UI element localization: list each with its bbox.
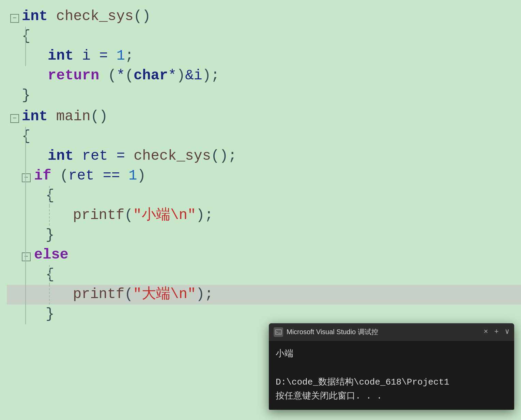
terminal-plus-btn[interactable]: + [494, 328, 499, 336]
token-parens1: () [134, 7, 151, 27]
token-eqeq: == [103, 166, 120, 186]
token-p9: ); [196, 285, 213, 305]
guide-fn2-8 [25, 285, 26, 305]
token-ret2: ret [68, 166, 94, 186]
token-1b: 1 [128, 166, 137, 186]
collapse-fn1[interactable]: − [10, 14, 19, 23]
line-fn1-open: { [7, 27, 521, 46]
line-else: − else [7, 245, 521, 265]
token-brace3: { [22, 127, 30, 146]
terminal-close-btn[interactable]: × [484, 328, 488, 336]
terminal-window: Microsoft Visual Studio 调试控 × + ∨ 小端 D:\… [269, 323, 514, 410]
collapse-else[interactable]: − [22, 252, 31, 261]
token-call1: (); [211, 146, 237, 166]
line-if-body: printf ( "小端\n" ); [7, 206, 521, 225]
token-checksys: check_sys [56, 7, 134, 27]
token-p2: ( [125, 66, 134, 86]
token-star2: * [168, 66, 177, 86]
guide-fn2-7 [25, 265, 26, 285]
token-p7: ); [196, 206, 213, 225]
terminal-icon [274, 327, 283, 337]
token-star1: * [117, 66, 125, 86]
guide-else-2 [49, 285, 50, 305]
token-printf1: printf [73, 206, 124, 225]
token-printf2: printf [73, 285, 124, 305]
terminal-output-blank [276, 361, 507, 375]
token-semi1: ; [125, 46, 134, 66]
token-p5: ) [137, 166, 146, 186]
guide-fn2-3 [25, 186, 26, 206]
token-brace2: } [22, 86, 30, 106]
collapse-fn2[interactable]: − [10, 114, 19, 123]
token-semi2: ); [202, 66, 219, 86]
token-main: main [56, 107, 91, 127]
token-i: i [82, 46, 91, 66]
line-fn1-close: } [7, 86, 521, 106]
terminal-title: Microsoft Visual Studio 调试控 [287, 327, 480, 337]
token-int4: int [48, 146, 74, 166]
token-parens2: () [91, 107, 108, 127]
guide-fn2-6 [25, 245, 26, 265]
guide-fn2-9 [25, 305, 26, 324]
guide-if-2 [49, 206, 50, 225]
token-brace5: } [46, 225, 54, 245]
line-if: − if ( ret == 1 ) [7, 166, 521, 186]
token-i2: i [194, 66, 202, 86]
collapse-if[interactable]: − [22, 173, 31, 182]
token-brace6: { [46, 265, 54, 285]
token-if: if [34, 166, 51, 186]
token-brace1: { [22, 27, 30, 46]
line-fn2-open: { [7, 127, 521, 146]
line-fn1-sig: − int check_sys () [7, 7, 521, 27]
token-int2: int [48, 46, 74, 66]
terminal-body: 小端 D:\code_数据结构\code_618\Project1 按任意键关闭… [269, 341, 514, 410]
terminal-titlebar: Microsoft Visual Studio 调试控 × + ∨ [269, 323, 514, 341]
line-if-close: } [7, 225, 521, 245]
line-else-close: } [7, 305, 521, 324]
token-amp: & [185, 66, 194, 86]
terminal-chevron-btn[interactable]: ∨ [505, 328, 509, 336]
token-int3: int [22, 107, 48, 127]
line-fn2-1: int ret = check_sys (); [7, 146, 521, 166]
guide-fn2-4 [25, 206, 26, 225]
line-fn2-sig: − int main () [7, 107, 521, 127]
token-brace7: } [46, 305, 54, 324]
token-1: 1 [117, 46, 125, 66]
token-return: return [48, 66, 99, 86]
token-p6: ( [124, 206, 133, 225]
token-int1: int [22, 7, 48, 27]
line-fn1-1: int i = 1 ; [7, 46, 521, 66]
terminal-output-1: 小端 [276, 347, 507, 361]
guide-else-1 [49, 265, 50, 285]
token-p1: ( [108, 66, 116, 86]
terminal-output-3: 按任意键关闭此窗口. . . [276, 389, 507, 404]
token-p4: ( [60, 166, 68, 186]
guide-fn2-2 [25, 166, 26, 186]
guide-if-1 [49, 186, 50, 206]
token-str2: "大端\n" [133, 285, 196, 305]
token-ret: ret [82, 146, 108, 166]
terminal-output-2: D:\code_数据结构\code_618\Project1 [276, 375, 507, 390]
svg-rect-0 [275, 330, 281, 335]
token-brace4: { [46, 186, 54, 206]
token-eq2: = [117, 146, 125, 166]
line-else-open: { [7, 265, 521, 285]
editor-area: − int check_sys () { int i = 1 ; return [0, 0, 521, 420]
line-if-open: { [7, 186, 521, 206]
token-eq1: = [99, 46, 108, 66]
code-block: − int check_sys () { int i = 1 ; return [0, 0, 521, 331]
guide-fn2-1 [25, 146, 26, 166]
line-else-body: printf ( "大端\n" ); [7, 285, 521, 305]
token-else: else [34, 245, 68, 265]
token-p3: ) [177, 66, 185, 86]
token-checksys2: check_sys [134, 146, 211, 166]
line-fn1-2: return ( * ( char * ) & i ); [7, 66, 521, 86]
token-str1: "小端\n" [133, 206, 196, 225]
token-char: char [134, 66, 168, 86]
token-p8: ( [124, 285, 133, 305]
guide-fn2-5 [25, 225, 26, 245]
terminal-controls: × + ∨ [484, 328, 509, 336]
guide-fn2 [25, 127, 26, 146]
